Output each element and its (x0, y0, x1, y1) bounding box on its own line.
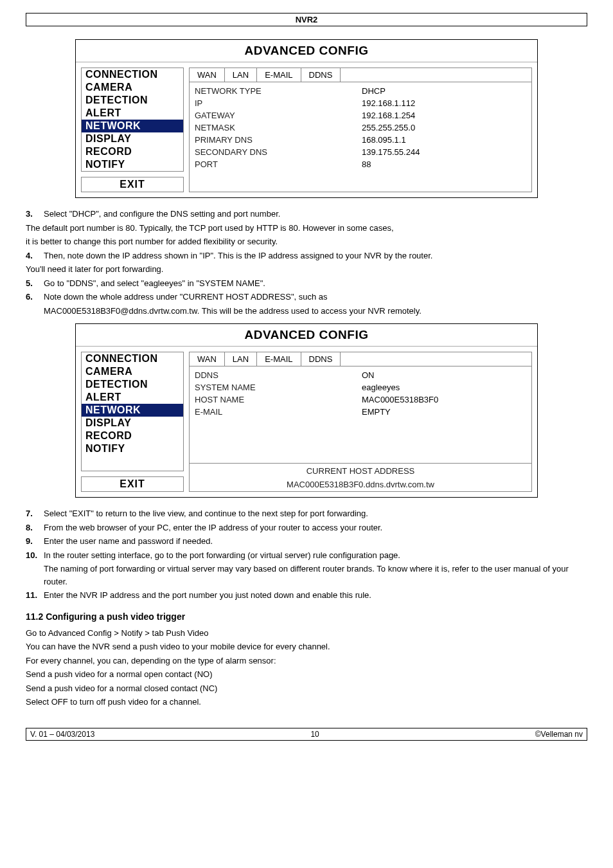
step-text: it is better to change this port number … (26, 235, 587, 248)
page-footer: V. 01 – 04/03/2013 10 ©Velleman nv (26, 728, 587, 741)
step-number: 4. (26, 249, 44, 262)
step-text: Enter the user name and password if need… (44, 536, 213, 546)
instructions-block-a: 3.Select "DHCP", and configure the DNS s… (26, 208, 587, 317)
content-panel: WAN LAN E-MAIL DDNS NETWORK TYPEDHCP IP1… (189, 68, 532, 192)
step-number: 6. (26, 291, 44, 303)
sidebar-item-display[interactable]: DISPLAY (82, 132, 183, 145)
row-value[interactable]: 168.095.1.1 (362, 135, 526, 145)
config-panel-wan: ADVANCED CONFIG CONNECTION CAMERA DETECT… (75, 39, 538, 198)
row-value[interactable]: 88 (362, 159, 526, 169)
row-label: SYSTEM NAME (195, 383, 362, 392)
tab-lan[interactable]: LAN (225, 352, 257, 366)
sidebar-item-notify[interactable]: NOTIFY (82, 442, 183, 455)
step-number: 7. (26, 507, 44, 520)
step-number: 9. (26, 535, 44, 548)
step-text: Then, note down the IP address shown in … (44, 251, 432, 260)
current-host-value: MAC000E5318B3F0.ddns.dvrtw.com.tw (190, 478, 531, 491)
step-text: From the web browser of your PC, enter t… (44, 523, 382, 532)
row-label: HOST NAME (195, 395, 362, 404)
step-number: 5. (26, 277, 44, 290)
step-text: Go to "DDNS", and select "eagleeyes" in … (44, 278, 265, 288)
sidebar-item-notify[interactable]: NOTIFY (82, 158, 183, 171)
row-value: 192.168.1.112 (362, 98, 526, 108)
doc-header: NVR2 (26, 13, 587, 26)
row-label: DDNS (195, 370, 362, 380)
row-value[interactable]: eagleeyes (362, 383, 526, 392)
section-text: Select OFF to turn off push video for a … (26, 696, 587, 709)
sidebar-item-record[interactable]: RECORD (82, 429, 183, 442)
sidebar-item-network[interactable]: NETWORK (82, 120, 183, 132)
row-value[interactable]: MAC000E5318B3F0 (362, 395, 526, 404)
sidebar-item-camera[interactable]: CAMERA (82, 365, 183, 378)
row-value[interactable]: EMPTY (362, 407, 526, 417)
row-label: GATEWAY (195, 111, 362, 120)
step-text: You'll need it later for port forwarding… (26, 263, 587, 276)
row-label: PORT (195, 159, 362, 169)
sidebar: CONNECTION CAMERA DETECTION ALERT NETWOR… (81, 68, 184, 192)
footer-copyright: ©Velleman nv (535, 730, 583, 739)
tabs: WAN LAN E-MAIL DDNS (190, 352, 531, 366)
row-label: E-MAIL (195, 407, 362, 417)
section-heading: 11.2 Configuring a push video trigger (26, 611, 587, 622)
step-text: MAC000E5318B3F0@ddns.dvrtw.com.tw. This … (26, 305, 587, 318)
tab-wan[interactable]: WAN (190, 352, 225, 366)
current-host-label: CURRENT HOST ADDRESS (190, 463, 531, 478)
footer-version: V. 01 – 04/03/2013 (30, 730, 94, 739)
step-number: 8. (26, 521, 44, 534)
tab-wan[interactable]: WAN (190, 68, 225, 82)
exit-button[interactable]: EXIT (81, 177, 184, 192)
sidebar-item-camera[interactable]: CAMERA (82, 81, 183, 94)
step-text: In the router setting interface, go to t… (44, 550, 400, 560)
section-text: Send a push video for a normal closed co… (26, 682, 587, 695)
sidebar-item-record[interactable]: RECORD (82, 145, 183, 158)
tab-ddns[interactable]: DDNS (301, 68, 341, 82)
panel-title: ADVANCED CONFIG (76, 324, 537, 347)
footer-page: 10 (310, 730, 319, 739)
tabs: WAN LAN E-MAIL DDNS (190, 68, 531, 82)
row-value: 255.255.255.0 (362, 123, 526, 132)
section-text: You can have the NVR send a push video t… (26, 640, 587, 653)
row-label: NETMASK (195, 123, 362, 132)
row-label: IP (195, 98, 362, 108)
section-text: Go to Advanced Config > Notify > tab Pus… (26, 627, 587, 640)
row-value: 192.168.1.254 (362, 111, 526, 120)
content-panel: WAN LAN E-MAIL DDNS DDNSON SYSTEM NAMEea… (189, 352, 532, 492)
config-panel-ddns: ADVANCED CONFIG CONNECTION CAMERA DETECT… (75, 323, 538, 498)
tab-email[interactable]: E-MAIL (257, 68, 301, 82)
step-number: 10. (26, 549, 44, 562)
row-label: NETWORK TYPE (195, 86, 362, 96)
row-label: SECONDARY DNS (195, 147, 362, 157)
tab-email[interactable]: E-MAIL (257, 352, 301, 366)
panel-title: ADVANCED CONFIG (76, 40, 537, 62)
sidebar-item-alert[interactable]: ALERT (82, 391, 183, 404)
step-text: Select "EXIT" to return to the live view… (44, 509, 368, 518)
sidebar-item-display[interactable]: DISPLAY (82, 417, 183, 429)
row-label: PRIMARY DNS (195, 135, 362, 145)
sidebar-item-connection[interactable]: CONNECTION (82, 352, 183, 365)
exit-button[interactable]: EXIT (81, 476, 184, 492)
step-number: 3. (26, 208, 44, 221)
sidebar-item-network[interactable]: NETWORK (82, 404, 183, 417)
sidebar: CONNECTION CAMERA DETECTION ALERT NETWOR… (81, 352, 184, 492)
step-text: Enter the NVR IP address and the port nu… (44, 590, 371, 600)
step-text: Select "DHCP", and configure the DNS set… (44, 209, 280, 219)
tab-ddns[interactable]: DDNS (301, 352, 341, 366)
sidebar-item-detection[interactable]: DETECTION (82, 94, 183, 107)
tab-lan[interactable]: LAN (225, 68, 257, 82)
section-text: Send a push video for a normal open cont… (26, 668, 587, 681)
step-text: The default port number is 80. Typically… (26, 222, 587, 235)
row-value[interactable]: DHCP (362, 86, 526, 96)
step-text: Note down the whole address under "CURRE… (44, 292, 328, 302)
sidebar-item-connection[interactable]: CONNECTION (82, 68, 183, 81)
sidebar-item-alert[interactable]: ALERT (82, 107, 183, 120)
section-text: For every channel, you can, depending on… (26, 655, 587, 667)
sidebar-item-detection[interactable]: DETECTION (82, 378, 183, 391)
row-value[interactable]: 139.175.55.244 (362, 147, 526, 157)
row-value[interactable]: ON (362, 370, 526, 380)
step-number: 11. (26, 589, 44, 602)
instructions-block-b: 7.Select "EXIT" to return to the live vi… (26, 507, 587, 602)
step-text: The naming of port forwarding or virtual… (26, 563, 587, 588)
